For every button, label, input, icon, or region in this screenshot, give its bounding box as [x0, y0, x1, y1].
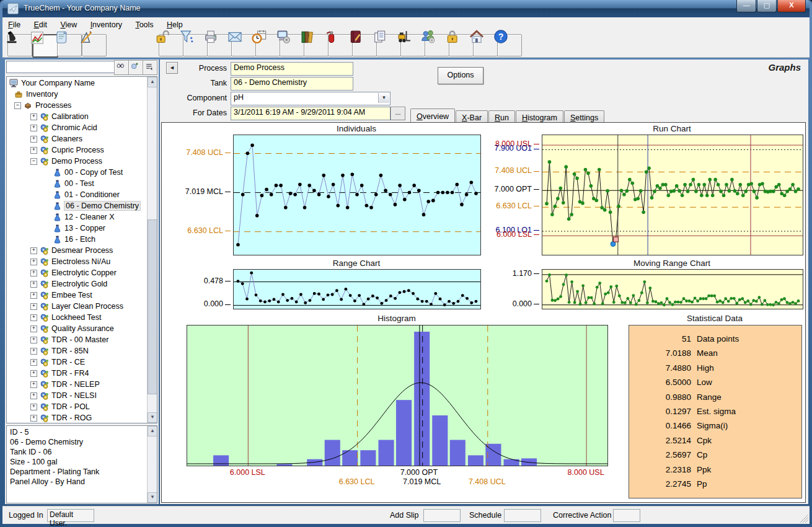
tree-item-12-cleaner-x[interactable]: 12 - Cleaner X [7, 211, 147, 223]
tree-item-cleaners[interactable]: +Cleaners [7, 133, 147, 144]
corrective-action-field[interactable] [613, 509, 640, 522]
expand-icon[interactable]: + [30, 113, 37, 120]
add-slip-field[interactable] [423, 509, 461, 522]
tree-scroll-thumb[interactable] [148, 219, 157, 394]
histogram-axis-label: 6.630 LCL [320, 477, 394, 486]
expand-icon[interactable]: + [30, 292, 37, 299]
expand-icon[interactable]: + [30, 326, 37, 332]
collapse-icon[interactable]: − [14, 102, 21, 109]
date-picker-button[interactable]: ... [391, 107, 405, 120]
find-button[interactable] [114, 60, 129, 75]
stat-row-ppk: 2.2318Ppk [629, 463, 801, 477]
tree-scrollbar[interactable]: ▲ ▼ [147, 77, 157, 423]
collapse-icon[interactable]: − [30, 158, 37, 165]
toolbar-button-script-icon[interactable] [57, 34, 82, 56]
stat-row-high: 7.4880High [629, 361, 801, 375]
resize-grip[interactable] [800, 514, 808, 523]
tree-item-06-demo-chemistry[interactable]: 06 - Demo Chemistry [7, 200, 147, 211]
tree-item-processes[interactable]: −Processes [7, 100, 147, 111]
expand-icon[interactable]: + [30, 415, 37, 422]
tree-item-quality-assurance[interactable]: +Quality Assurance [7, 323, 147, 334]
stat-row-low: 6.5000Low [629, 375, 801, 389]
maximize-button[interactable]: ▢ [757, 0, 777, 12]
scroll-down-icon[interactable]: ▼ [148, 492, 157, 503]
toolbar-button-help-icon[interactable]: ? [497, 34, 522, 56]
run-chart-plot[interactable] [542, 135, 803, 255]
tree-item-16-etch[interactable]: 16 - Etch [7, 234, 147, 245]
toolbar-button-microscope-icon[interactable] [7, 34, 32, 56]
tree-item-tdr-fr4[interactable]: +TDR - FR4 [7, 368, 147, 379]
expand-icon[interactable]: + [30, 303, 37, 310]
add-button[interactable] [128, 60, 143, 75]
tank-field[interactable]: 06 - Demo Chemistry [231, 77, 353, 91]
tank-info-panel: ID - 506 - Demo ChemistryTank ID - 06Siz… [6, 425, 157, 503]
expand-icon[interactable]: + [30, 337, 37, 343]
expand-icon[interactable]: + [30, 125, 37, 131]
tree-item-cupric-process[interactable]: +Cupric Process [7, 144, 147, 156]
info-scrollbar[interactable]: ▲ ▼ [147, 426, 157, 503]
tree-item-calibration[interactable]: +Calibration [7, 111, 147, 122]
expand-icon[interactable]: + [30, 270, 37, 277]
toolbar-button-drafting-icon[interactable] [82, 34, 107, 56]
tree-item-13-copper[interactable]: 13 - Copper [7, 223, 147, 234]
moving-range-plot[interactable] [542, 269, 803, 309]
expand-icon[interactable]: + [30, 359, 37, 366]
histogram-labels-row1: 6.000 LSL7.000 OPT8.000 USL [187, 468, 607, 477]
tree-item-demo-process[interactable]: −Demo Process [7, 156, 147, 167]
process-icon [40, 123, 48, 132]
collapse-button[interactable] [143, 60, 157, 75]
app-logo-icon [7, 3, 19, 14]
tree-item-tdr-00-master[interactable]: +TDR - 00 Master [7, 334, 147, 345]
tree-item-tdr-nelep[interactable]: +TDR - NELEP [7, 379, 147, 390]
tree-item-tdr-ce[interactable]: +TDR - CE [7, 356, 147, 368]
tree-item-tdr-rog[interactable]: +TDR - ROG [7, 412, 147, 423]
tree-search-input[interactable] [6, 61, 117, 73]
minimize-button[interactable]: — [736, 0, 756, 12]
tree-item-chromic-acid[interactable]: +Chromic Acid [7, 122, 147, 133]
expand-icon[interactable]: + [30, 370, 37, 377]
status-bar: Logged In Default User. Add Slip Schedul… [2, 506, 810, 524]
tree-item-desmear-process[interactable]: +Desmear Process [7, 245, 147, 256]
dates-field[interactable]: 3/1/2011 6:19 AM - 9/29/2011 9:04 AM [231, 107, 391, 120]
tree-item-layer-clean-process[interactable]: +Layer Clean Process [7, 301, 147, 312]
tree-item-label: TDR - NELEP [51, 380, 100, 389]
tree-item-00-test[interactable]: 00 - Test [7, 178, 147, 189]
expand-icon[interactable]: + [30, 381, 37, 388]
process-field[interactable]: Demo Process [231, 62, 353, 76]
range-chart-plot[interactable] [233, 269, 481, 309]
expand-icon[interactable]: + [30, 404, 37, 410]
tree-item-electrolytic-copper[interactable]: +Electrolytic Copper [7, 267, 147, 278]
options-button[interactable]: Options [438, 67, 483, 84]
flask-icon [53, 224, 61, 232]
expand-icon[interactable]: + [30, 348, 37, 355]
tree-item-lockheed-test[interactable]: +Lockheed Test [7, 312, 147, 323]
tree-item-inventory[interactable]: Inventory [7, 89, 147, 100]
tree-item-embee-test[interactable]: +Embee Test [7, 290, 147, 301]
tree-item-electroless-ni-au[interactable]: +Electroless Ni/Au [7, 256, 147, 267]
scroll-up-icon[interactable]: ▲ [148, 426, 157, 436]
menu-edit[interactable]: Edit [29, 17, 53, 32]
component-select[interactable]: pH▼ [231, 92, 391, 105]
expand-icon[interactable]: + [30, 247, 37, 254]
individuals-plot[interactable] [233, 135, 481, 255]
scroll-down-icon[interactable]: ▼ [148, 412, 157, 423]
scroll-up-icon[interactable]: ▲ [148, 77, 157, 87]
expand-icon[interactable]: + [30, 147, 37, 154]
tree-item-tdr-85n[interactable]: +TDR - 85N [7, 345, 147, 356]
stat-value: 0.1297 [629, 404, 691, 418]
tree-item-your-company-name[interactable]: Your Company Name [7, 78, 147, 89]
expand-icon[interactable]: + [30, 136, 37, 143]
tree-item-electrolytic-gold[interactable]: +Electrolytic Gold [7, 278, 147, 290]
expand-icon[interactable]: + [30, 314, 37, 321]
tree-item-00-copy-of-test[interactable]: 00 - Copy of Test [7, 167, 147, 178]
expand-icon[interactable]: + [30, 392, 37, 399]
tree-item-01-conditioner[interactable]: 01 - Conditioner [7, 189, 147, 200]
schedule-field[interactable] [504, 509, 541, 522]
histogram-plot[interactable] [187, 325, 608, 466]
expand-icon[interactable]: + [30, 259, 37, 265]
chevron-down-icon[interactable]: ▼ [378, 93, 389, 103]
expand-icon[interactable]: + [30, 281, 37, 288]
tree-item-tdr-nelsi[interactable]: +TDR - NELSI [7, 390, 147, 401]
close-button[interactable]: X [777, 0, 806, 12]
tree-item-tdr-pol[interactable]: +TDR - POL [7, 401, 147, 412]
